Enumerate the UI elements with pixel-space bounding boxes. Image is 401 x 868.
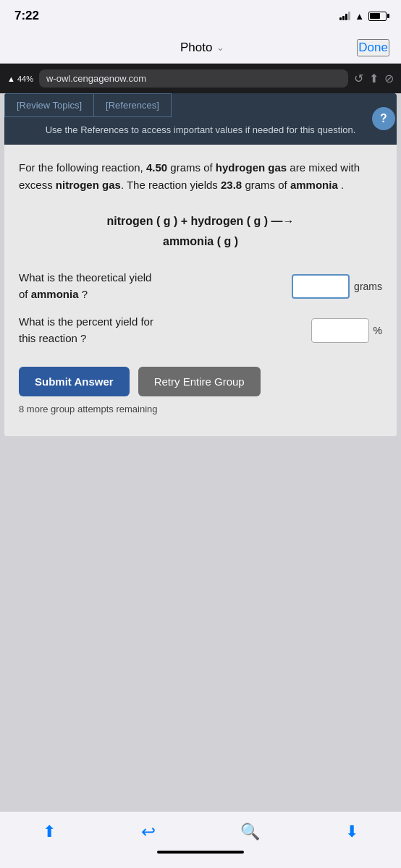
url-bar[interactable]: w-owl.cengagenow.com	[39, 69, 348, 88]
equation-line2: ammonia ( g )	[19, 231, 382, 252]
help-button[interactable]: ?	[372, 107, 395, 130]
status-bar: 7:22 ▲	[0, 0, 401, 32]
reaction-equation: nitrogen ( g ) + hydrogen ( g ) —→ ammon…	[19, 211, 382, 253]
button-row: Submit Answer Retry Entire Group	[19, 367, 382, 396]
yield-highlight: 23.8	[221, 179, 242, 191]
info-text: Use the References to access important v…	[46, 124, 356, 135]
submit-answer-button[interactable]: Submit Answer	[19, 367, 130, 396]
share-icon[interactable]: ⬆	[369, 72, 379, 85]
q1-input-area: grams	[292, 274, 382, 299]
share-toolbar-icon: ⬆	[43, 822, 56, 841]
question-text: For the following reaction, 4.50 grams o…	[19, 159, 382, 194]
zoom-toolbar-button[interactable]: 🔍	[229, 820, 271, 844]
q1-unit: grams	[354, 281, 382, 292]
q1-row: What is the theoretical yield of ammonia…	[19, 270, 382, 302]
status-icons: ▲	[339, 11, 387, 22]
q2-label: What is the percent yield for this react…	[19, 314, 304, 346]
block-icon[interactable]: ⊘	[384, 72, 394, 85]
q1-label: What is the theoretical yield of ammonia…	[19, 270, 284, 302]
toolbar-inner: ⬆ ↩ 🔍 ⬇	[0, 819, 401, 845]
battery-fill	[370, 13, 380, 19]
theoretical-yield-input[interactable]	[292, 274, 350, 299]
download-toolbar-icon: ⬇	[345, 822, 358, 841]
photo-label: Photo	[180, 41, 212, 55]
info-bar: Use the References to access important v…	[4, 117, 397, 145]
attempts-remaining: 8 more group attempts remaining	[19, 404, 382, 414]
share-toolbar-button[interactable]: ⬆	[31, 820, 67, 844]
wifi-icon: ▲	[355, 11, 364, 22]
q1-ammonia-bold: ammonia	[31, 288, 79, 300]
home-indicator	[157, 851, 244, 854]
equation-line1: nitrogen ( g ) + hydrogen ( g ) —→	[19, 211, 382, 232]
done-button[interactable]: Done	[357, 39, 389, 56]
battery-icon	[368, 12, 387, 21]
tab-references[interactable]: [References]	[93, 93, 172, 117]
q2-row: What is the percent yield for this react…	[19, 314, 382, 346]
signal-bars-icon	[339, 12, 350, 20]
reload-icon[interactable]: ↺	[354, 72, 363, 85]
nitrogen-gas-label: nitrogen gas	[56, 179, 121, 191]
retry-entire-group-button[interactable]: Retry Entire Group	[138, 367, 261, 396]
battery-status: ▲ 44%	[7, 75, 33, 83]
question-content: For the following reaction, 4.50 grams o…	[4, 145, 397, 437]
status-time: 7:22	[14, 9, 39, 23]
grams-highlight: 4.50	[146, 161, 167, 174]
browser-chrome: ▲ 44% w-owl.cengagenow.com ↺ ⬆ ⊘	[0, 64, 401, 93]
ammonia-label: ammonia	[290, 179, 338, 191]
back-toolbar-icon: ↩	[141, 822, 156, 842]
download-toolbar-button[interactable]: ⬇	[334, 820, 370, 844]
q2-input-area: %	[311, 318, 382, 343]
tab-review-topics[interactable]: [Review Topics]	[4, 93, 93, 117]
url-text: w-owl.cengagenow.com	[46, 73, 341, 84]
nav-bar: Photo ⌄ Done	[0, 32, 401, 64]
q2-unit: %	[373, 325, 382, 336]
percent-yield-input[interactable]	[311, 318, 369, 343]
bottom-toolbar: ⬆ ↩ 🔍 ⬇	[0, 811, 401, 868]
content-area: [Review Topics] [References] Use the Ref…	[4, 93, 397, 436]
hydrogen-gas-label: hydrogen gas	[216, 161, 287, 174]
tab-bar: [Review Topics] [References]	[4, 93, 397, 117]
zoom-toolbar-icon: 🔍	[240, 822, 260, 841]
back-toolbar-button[interactable]: ↩	[130, 819, 167, 845]
nav-title-area: Photo ⌄	[180, 41, 224, 55]
chevron-down-icon[interactable]: ⌄	[216, 42, 224, 53]
